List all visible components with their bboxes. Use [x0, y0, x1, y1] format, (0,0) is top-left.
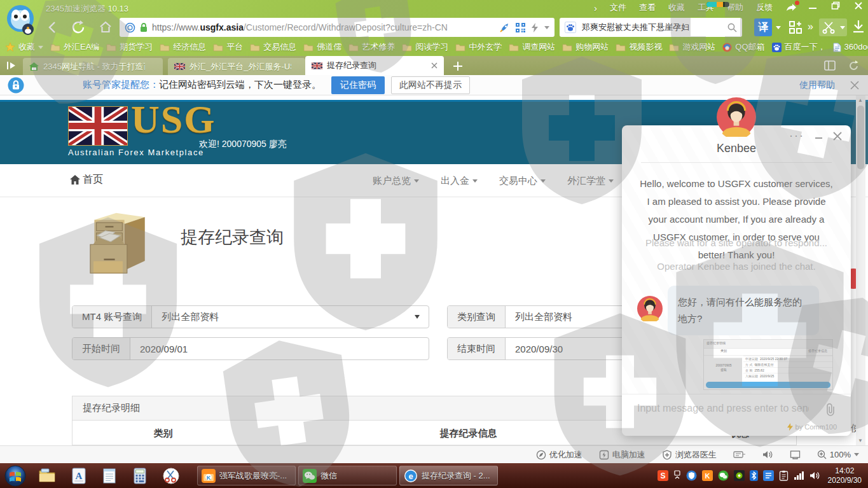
bookmark-folder[interactable]: 外汇EA编 — [50, 41, 99, 53]
session-restore-icon[interactable] — [848, 60, 860, 71]
chat-message-input[interactable] — [636, 402, 810, 415]
maximize-button[interactable] — [831, 1, 840, 10]
notepad-icon[interactable] — [102, 468, 117, 484]
pc-accelerate-button[interactable]: 电脑加速 — [599, 449, 645, 461]
start-date-field[interactable]: 开始时间 2020/09/01 — [72, 337, 429, 360]
tray-security-icon[interactable] — [686, 470, 697, 481]
nav-account-overview[interactable]: 账户总览 — [373, 175, 419, 187]
translate-dropdown-icon[interactable] — [776, 26, 781, 29]
screenshot-dropdown-icon[interactable] — [840, 26, 845, 29]
toolbar-more-icon[interactable]: » — [808, 21, 813, 32]
start-button[interactable] — [4, 465, 26, 487]
accelerate-rocket-icon[interactable] — [499, 22, 510, 33]
taskbar-clock[interactable]: 14:02 2020/9/30 — [828, 466, 862, 485]
zoom-control[interactable]: 100% — [817, 450, 859, 459]
share-icon[interactable] — [785, 3, 797, 13]
word-doc-icon[interactable]: A — [71, 468, 86, 484]
explorer-icon[interactable] — [38, 468, 56, 484]
reading-mode-icon[interactable] — [733, 450, 746, 459]
chat-close-icon[interactable] — [833, 132, 842, 141]
optimize-accelerate-button[interactable]: 优化加速 — [536, 449, 582, 461]
fullscreen-icon[interactable] — [790, 450, 801, 459]
tab-list-icon[interactable] — [6, 61, 18, 70]
tray-kugou-icon[interactable]: K — [702, 470, 713, 481]
refresh-button[interactable] — [71, 20, 86, 35]
remember-password-button[interactable]: 记住密码 — [331, 76, 385, 94]
bookmark-folder[interactable]: 视频影视 — [616, 41, 662, 53]
translate-button[interactable]: 译 — [754, 18, 772, 36]
menu-file[interactable]: 文件 — [610, 2, 626, 13]
bookmark-folder[interactable]: 平台 — [213, 41, 243, 53]
menu-view[interactable]: 查看 — [639, 2, 656, 13]
sound-icon[interactable] — [762, 450, 773, 459]
mt4-account-select[interactable]: MT4 账号查询 列出全部资料 — [72, 305, 429, 328]
app-center-icon[interactable] — [789, 20, 803, 34]
tray-network-icon[interactable] — [794, 471, 804, 480]
nav-trade-center[interactable]: 交易中心 — [499, 175, 546, 187]
search-icon[interactable] — [727, 23, 737, 32]
browser-doctor-button[interactable]: 浏览器医生 — [662, 449, 717, 461]
tab-close-icon[interactable] — [431, 62, 437, 69]
nav-deposit-withdraw[interactable]: 出入金 — [441, 175, 478, 187]
bookmark-folder[interactable]: 中外玄学 — [455, 41, 502, 53]
menu-favorites[interactable]: 收藏 — [668, 2, 685, 13]
scrollbar-thumb[interactable] — [857, 106, 864, 169]
new-tab-button[interactable] — [453, 61, 463, 71]
page-scrollbar[interactable]: ▲ ▼ — [856, 95, 865, 445]
tray-clipboard-icon[interactable] — [779, 470, 789, 481]
address-dropdown-icon[interactable] — [544, 26, 549, 29]
taskbar-button-browser[interactable]: e 提存纪录查询 - 2... — [399, 466, 498, 485]
scroll-up-icon[interactable]: ▲ — [858, 97, 863, 103]
favorites-button[interactable]: 收藏 — [5, 41, 43, 53]
taskbar-button-kugou[interactable]: K 强军战歌最嘹亮-... — [197, 466, 296, 485]
nav-forex-school[interactable]: 外汇学堂 — [567, 175, 614, 187]
bookmark-folder[interactable]: 调查网站 — [509, 41, 555, 53]
tray-volume-icon[interactable] — [809, 471, 820, 480]
bookmark-folder[interactable]: 交易信息 — [250, 41, 296, 53]
usg-logo-flag[interactable] — [68, 106, 128, 146]
download-manager-icon[interactable] — [852, 20, 865, 34]
url-text[interactable]: https://www.usgfx.asia/Customer/Record/W… — [152, 22, 499, 32]
usg-logo-text[interactable]: USG — [131, 97, 216, 142]
bookmark-folder[interactable]: 经济信息 — [160, 41, 206, 53]
bookmark-folder[interactable]: 购物网站 — [562, 41, 609, 53]
tray-nvidia-icon[interactable] — [734, 470, 745, 481]
bookmark-baidu[interactable]: 百度一下， — [772, 41, 826, 53]
minimize-button[interactable] — [808, 1, 817, 10]
site-safety-icon[interactable] — [125, 22, 135, 33]
screenshot-button[interactable] — [819, 18, 847, 36]
bookmark-folder[interactable]: 游戏网站 — [669, 41, 715, 53]
flash-icon[interactable] — [531, 23, 539, 32]
tray-wechat-icon[interactable] — [718, 470, 729, 481]
bookmark-qqmail[interactable]: QQ邮箱 — [722, 41, 764, 53]
bookmark-360doc[interactable]: 360doc网 — [833, 41, 868, 53]
notification-close-icon[interactable] — [850, 81, 859, 90]
taskbar-button-wechat[interactable]: 微信 — [298, 466, 397, 485]
tab-usgfx-home[interactable]: 外汇_外汇平台_外汇服务-USG — [168, 58, 305, 75]
address-bar[interactable]: https://www.usgfx.asia/Customer/Record/W… — [120, 18, 555, 37]
home-button[interactable] — [98, 20, 113, 35]
menu-expander-icon[interactable]: › — [594, 3, 597, 13]
bookmark-folder[interactable]: 期货学习 — [106, 41, 153, 53]
chat-menu-icon[interactable]: ··· — [789, 129, 804, 143]
chat-minimize-icon[interactable] — [815, 132, 823, 140]
tab-panel-icon[interactable] — [824, 60, 836, 71]
bookmark-folder[interactable]: 阅读学习 — [402, 41, 448, 53]
calculator-icon[interactable] — [132, 468, 148, 484]
bookmark-folder[interactable]: 佛道儒 — [303, 41, 341, 53]
nav-home[interactable]: 首页 — [70, 173, 103, 186]
comm100-branding[interactable]: by Comm100 — [787, 423, 837, 431]
close-button[interactable] — [854, 1, 863, 10]
tab-record-query[interactable]: 提存纪录查询 — [305, 56, 444, 75]
tray-dictionary-icon[interactable] — [763, 470, 774, 481]
help-link[interactable]: 使用帮助 — [799, 80, 835, 91]
attachment-icon[interactable] — [825, 403, 837, 416]
tab-2345-nav[interactable]: 2345网址导航 - 致力于打造百 — [23, 58, 163, 75]
menu-feedback[interactable]: 反馈 — [756, 2, 773, 13]
search-input[interactable] — [581, 22, 723, 33]
qr-code-icon[interactable] — [516, 23, 525, 32]
tray-bluetooth-icon[interactable] — [750, 470, 758, 481]
dismiss-site-button[interactable]: 此网站不再提示 — [391, 76, 470, 94]
snipping-tool-icon[interactable] — [163, 468, 179, 484]
attachment-thumbnail[interactable]: 提存纪录明细 类别 提存纪录信息 200070905提取 申请日期2020/9/… — [703, 339, 833, 390]
